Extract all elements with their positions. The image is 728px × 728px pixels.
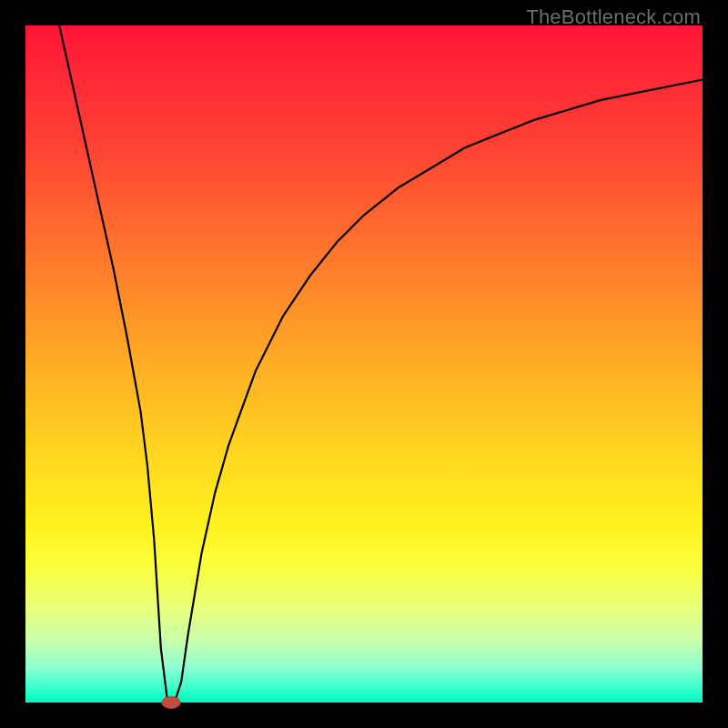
chart-frame: TheBottleneck.com [0,0,728,728]
chart-plot-area [25,25,703,703]
chart-svg [25,25,703,703]
minimum-marker [162,696,181,708]
bottleneck-curve [59,25,703,703]
